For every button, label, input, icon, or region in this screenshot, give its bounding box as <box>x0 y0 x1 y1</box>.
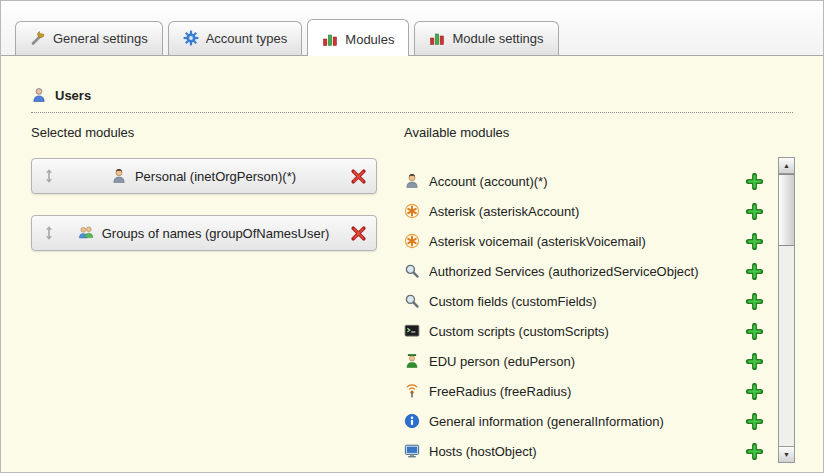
available-module-row: Asterisk (asteriskAccount) <box>404 196 765 226</box>
tab-modules[interactable]: Modules <box>307 19 409 56</box>
antenna-icon <box>404 383 420 399</box>
selected-module-label: Groups of names (groupOfNamesUser) <box>102 226 330 241</box>
available-module-row: EDU person (eduPerson) <box>404 346 765 376</box>
group-icon <box>78 225 94 241</box>
user-icon <box>31 87 47 103</box>
scrollbar-thumb[interactable] <box>779 174 794 246</box>
computer-icon <box>404 443 420 459</box>
available-module-row: Account (account)(*) <box>404 166 765 196</box>
magnifier-icon <box>404 293 420 309</box>
available-module-label: Asterisk (asteriskAccount) <box>429 204 737 219</box>
available-module-label: Custom fields (customFields) <box>429 294 737 309</box>
available-module-row: Authorized Services (authorizedServiceOb… <box>404 256 765 286</box>
add-module-button[interactable] <box>746 293 763 310</box>
available-module-label: General information (generalInformation) <box>429 414 737 429</box>
tab-bar: General settings Account types Modules M… <box>1 1 823 56</box>
modules-tab-content: Users Selected modules Personal (inetOrg… <box>1 57 823 472</box>
available-modules-column: Available modules Account (account)(*) A… <box>404 125 795 466</box>
modules-icon <box>322 31 338 47</box>
selected-module-content: Personal (inetOrgPerson)(*) <box>57 168 350 184</box>
available-module-row: FreeRadius (freeRadius) <box>404 376 765 406</box>
add-module-button[interactable] <box>746 323 763 340</box>
add-module-button[interactable] <box>746 203 763 220</box>
section-title: Users <box>55 88 91 103</box>
tab-general-settings[interactable]: General settings <box>15 21 163 55</box>
vertical-scrollbar[interactable]: ▲ ▼ <box>778 157 795 463</box>
account-icon <box>404 173 420 189</box>
add-module-button[interactable] <box>746 413 763 430</box>
tab-module-settings[interactable]: Module settings <box>414 21 558 55</box>
info-icon <box>404 413 420 429</box>
add-module-button[interactable] <box>746 173 763 190</box>
tab-label: Account types <box>206 31 288 46</box>
remove-module-button[interactable] <box>350 225 367 242</box>
edu-person-icon <box>404 353 420 369</box>
tab-account-types[interactable]: Account types <box>168 21 303 55</box>
tab-label: Module settings <box>452 31 543 46</box>
add-module-button[interactable] <box>746 353 763 370</box>
tools-icon <box>30 30 46 46</box>
tab-label: Modules <box>345 32 394 47</box>
selected-module-content: Groups of names (groupOfNamesUser) <box>57 225 350 241</box>
add-module-button[interactable] <box>746 233 763 250</box>
available-module-row: Hosts (hostObject) <box>404 436 765 466</box>
lam-configuration-window: General settings Account types Modules M… <box>0 0 824 473</box>
selected-module-row-group-of-names[interactable]: Groups of names (groupOfNamesUser) <box>31 215 377 251</box>
available-module-label: FreeRadius (freeRadius) <box>429 384 737 399</box>
available-module-row: Custom scripts (customScripts) <box>404 316 765 346</box>
available-module-label: Hosts (hostObject) <box>429 444 737 459</box>
remove-module-button[interactable] <box>350 168 367 185</box>
asterisk-icon <box>404 203 420 219</box>
selected-modules-heading: Selected modules <box>31 125 377 140</box>
scroll-down-button[interactable]: ▼ <box>779 446 794 462</box>
asterisk-icon <box>404 233 420 249</box>
selected-module-row-personal[interactable]: Personal (inetOrgPerson)(*) <box>31 158 377 194</box>
available-module-row: Custom fields (customFields) <box>404 286 765 316</box>
selected-module-label: Personal (inetOrgPerson)(*) <box>135 169 296 184</box>
add-module-button[interactable] <box>746 443 763 460</box>
available-module-label: Authorized Services (authorizedServiceOb… <box>429 264 737 279</box>
scroll-up-button[interactable]: ▲ <box>779 158 794 174</box>
available-module-row: Asterisk voicemail (asteriskVoicemail) <box>404 226 765 256</box>
available-module-label: EDU person (eduPerson) <box>429 354 737 369</box>
add-module-button[interactable] <box>746 383 763 400</box>
selected-modules-column: Selected modules Personal (inetOrgPerson… <box>31 125 377 272</box>
drag-handle-icon[interactable] <box>41 168 57 184</box>
magnifier-icon <box>404 263 420 279</box>
terminal-icon <box>404 323 420 339</box>
available-modules-heading: Available modules <box>404 125 795 140</box>
gear-icon <box>183 30 199 46</box>
available-modules-list: Account (account)(*) Asterisk (asteriskA… <box>404 166 795 466</box>
available-module-label: Custom scripts (customScripts) <box>429 324 737 339</box>
available-module-label: Account (account)(*) <box>429 174 737 189</box>
add-module-button[interactable] <box>746 263 763 280</box>
module-settings-icon <box>429 30 445 46</box>
tab-label: General settings <box>53 31 148 46</box>
available-module-label: Asterisk voicemail (asteriskVoicemail) <box>429 234 737 249</box>
users-section-header: Users <box>31 87 793 113</box>
drag-handle-icon[interactable] <box>41 225 57 241</box>
available-module-row: General information (generalInformation) <box>404 406 765 436</box>
person-icon <box>111 168 127 184</box>
